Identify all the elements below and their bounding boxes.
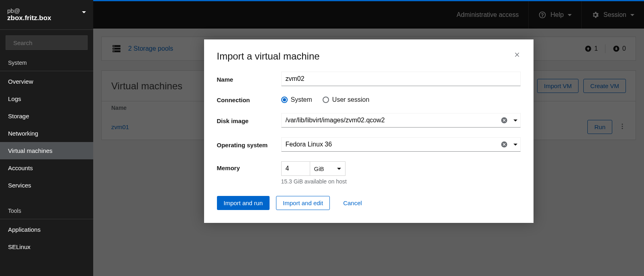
chevron-down-icon[interactable] xyxy=(513,119,517,122)
search-input[interactable] xyxy=(13,39,90,46)
import-run-button[interactable]: Import and run xyxy=(217,196,270,210)
host-selector[interactable]: pb@ zbox.fritz.box xyxy=(0,0,93,28)
connection-user-radio[interactable]: User session xyxy=(323,96,369,103)
sidebar-item-networking[interactable]: Networking xyxy=(0,125,93,142)
modal-title: Import a virtual machine xyxy=(217,51,320,62)
close-button[interactable] xyxy=(514,51,521,60)
memory-input[interactable] xyxy=(282,162,310,175)
sidebar-item-selinux[interactable]: SELinux xyxy=(0,238,93,255)
host-name: zbox.fritz.box xyxy=(7,14,51,22)
disk-image-input[interactable] xyxy=(281,113,521,128)
host-user: pb@ xyxy=(7,7,51,14)
sidebar-item-accounts[interactable]: Accounts xyxy=(0,159,93,177)
sidebar: pb@ zbox.fritz.box System Overview Logs … xyxy=(0,0,93,276)
os-input[interactable] xyxy=(281,137,521,152)
cancel-button[interactable]: Cancel xyxy=(336,196,369,210)
radio-unchecked-icon xyxy=(323,97,329,103)
import-edit-button[interactable]: Import and edit xyxy=(276,196,330,210)
section-label-system: System xyxy=(0,54,93,69)
divider xyxy=(0,29,93,30)
sidebar-item-applications[interactable]: Applications xyxy=(0,221,93,238)
close-icon xyxy=(514,51,521,58)
memory-unit-label: GiB xyxy=(314,165,324,172)
name-input[interactable] xyxy=(281,72,521,86)
connection-system-radio[interactable]: System xyxy=(281,96,312,103)
sidebar-item-storage[interactable]: Storage xyxy=(0,107,93,125)
clear-icon[interactable] xyxy=(501,141,508,148)
radio-system-label: System xyxy=(291,96,312,103)
memory-hint: 15.3 GiB available on host xyxy=(281,178,521,185)
sidebar-item-overview[interactable]: Overview xyxy=(0,73,93,90)
name-label: Name xyxy=(217,75,273,83)
radio-user-label: User session xyxy=(332,96,369,103)
os-label: Operating system xyxy=(217,141,273,148)
sidebar-item-logs[interactable]: Logs xyxy=(0,90,93,107)
connection-label: Connection xyxy=(217,96,273,103)
memory-label: Memory xyxy=(217,161,273,171)
chevron-down-icon xyxy=(337,168,341,170)
sidebar-item-services[interactable]: Services xyxy=(0,177,93,194)
chevron-down-icon[interactable] xyxy=(513,144,517,146)
sidebar-item-virtual-machines[interactable]: Virtual machines xyxy=(0,142,93,159)
import-vm-modal: Import a virtual machine Name Connection… xyxy=(204,39,534,223)
search-box[interactable] xyxy=(6,35,88,50)
chevron-down-icon xyxy=(82,11,86,13)
clear-icon[interactable] xyxy=(501,117,508,124)
memory-unit-select[interactable]: GiB xyxy=(310,162,345,175)
radio-checked-icon xyxy=(281,97,288,103)
section-label-tools: Tools xyxy=(0,202,93,217)
disk-label: Disk image xyxy=(217,117,273,124)
